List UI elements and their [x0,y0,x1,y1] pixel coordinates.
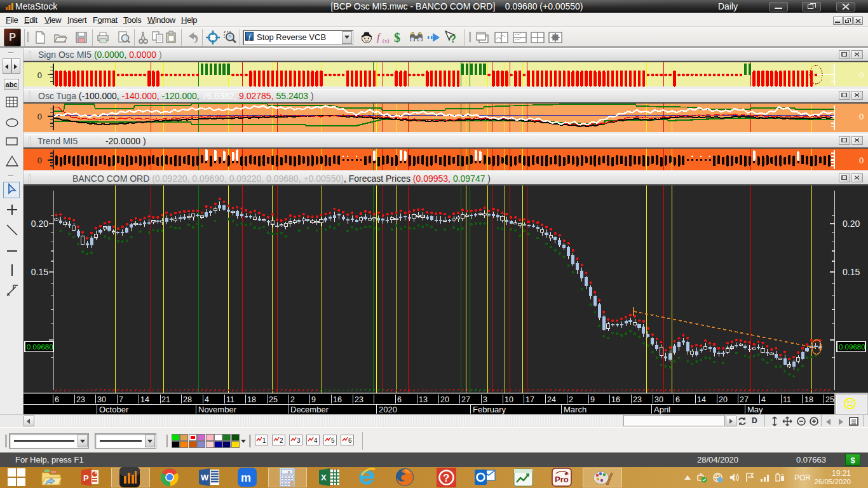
svg-text:27: 27 [461,395,470,404]
svg-text:4: 4 [205,395,209,404]
svg-text:October: October [99,405,129,414]
svg-text:11: 11 [226,395,234,404]
svg-text:0.09680: 0.09680 [27,343,53,351]
svg-text:6: 6 [55,395,59,404]
svg-text:20: 20 [440,395,449,404]
svg-text:16: 16 [333,395,342,404]
svg-text:April: April [654,405,670,414]
svg-text:6: 6 [348,437,352,444]
svg-text:20: 20 [719,395,728,404]
svg-text:9: 9 [590,395,595,404]
svg-text:11: 11 [783,395,791,404]
svg-text:November: November [198,405,237,414]
svg-text:24: 24 [547,395,556,404]
svg-text:BANCO COM ORD (0.09220, 0.0969: BANCO COM ORD (0.09220, 0.09690, 0.09220… [72,173,491,184]
svg-text:6: 6 [675,395,680,404]
svg-text:W: W [201,473,209,482]
svg-text:0.20: 0.20 [843,219,860,229]
svg-text:1: 1 [262,437,266,444]
svg-text:30: 30 [97,395,106,404]
svg-text:23: 23 [633,395,642,404]
svg-text:Pro: Pro [555,475,569,484]
svg-text:?: ? [450,34,456,44]
svg-text:?: ? [443,472,449,484]
svg-text:f: f [377,31,381,43]
svg-text:$: $ [394,30,400,44]
svg-text:27: 27 [740,395,749,404]
svg-text:P: P [83,473,89,483]
svg-text:0: 0 [37,156,42,165]
svg-text:February: February [473,405,506,414]
svg-text:s: s [7,291,10,297]
svg-text:m: m [241,471,251,484]
svg-text:December: December [290,405,329,414]
svg-text:21: 21 [161,395,170,404]
svg-text:X: X [321,473,327,482]
svg-text:5: 5 [331,437,335,444]
svg-text:0.20: 0.20 [31,219,48,229]
svg-text:March: March [564,405,587,414]
svg-text:0: 0 [37,71,42,80]
svg-text:6: 6 [397,395,402,404]
svg-text:10: 10 [505,395,513,404]
svg-text:0.15: 0.15 [31,267,48,277]
svg-text:13: 13 [419,395,428,404]
svg-text:3: 3 [483,395,487,404]
svg-text:May: May [747,405,763,414]
svg-text:0: 0 [859,156,864,165]
svg-text:9: 9 [311,395,316,404]
svg-text:2020: 2020 [379,405,397,414]
svg-text:18: 18 [247,395,256,404]
svg-text:0: 0 [859,112,864,121]
svg-text:30: 30 [654,395,663,404]
svg-text:3: 3 [297,437,301,444]
svg-text:14: 14 [697,395,706,404]
svg-text:14: 14 [140,395,149,404]
svg-text:28: 28 [183,395,192,404]
svg-text:2: 2 [280,437,283,444]
svg-text:23: 23 [355,395,363,404]
svg-text:0.15: 0.15 [843,267,860,277]
svg-text:18: 18 [804,395,813,404]
svg-text:Osc Tuga (-100.000, -140.000,: Osc Tuga (-100.000, -140.000, -120.000, … [38,91,314,101]
svg-text:2: 2 [290,395,295,404]
svg-text:23: 23 [76,395,85,404]
svg-text:0: 0 [859,71,864,80]
svg-text:17: 17 [526,395,534,404]
svg-text:Trend MI5 (0.00, -20.0000 ): Trend MI5 (0.00, -20.0000 ) [37,136,146,146]
svg-text:4: 4 [761,395,766,404]
svg-text:25: 25 [825,395,834,404]
svg-text:16: 16 [611,395,620,404]
svg-text:0.09680: 0.09680 [839,343,865,351]
svg-text:2: 2 [569,395,573,404]
svg-text:(x): (x) [383,37,390,44]
svg-text:25: 25 [269,395,278,404]
svg-text:7: 7 [119,395,123,404]
svg-text:0: 0 [37,112,42,121]
svg-text:4: 4 [314,437,318,444]
svg-text:Sign Osc MI5 (0.0000, 0.0000 ): Sign Osc MI5 (0.0000, 0.0000 ) [38,50,162,60]
